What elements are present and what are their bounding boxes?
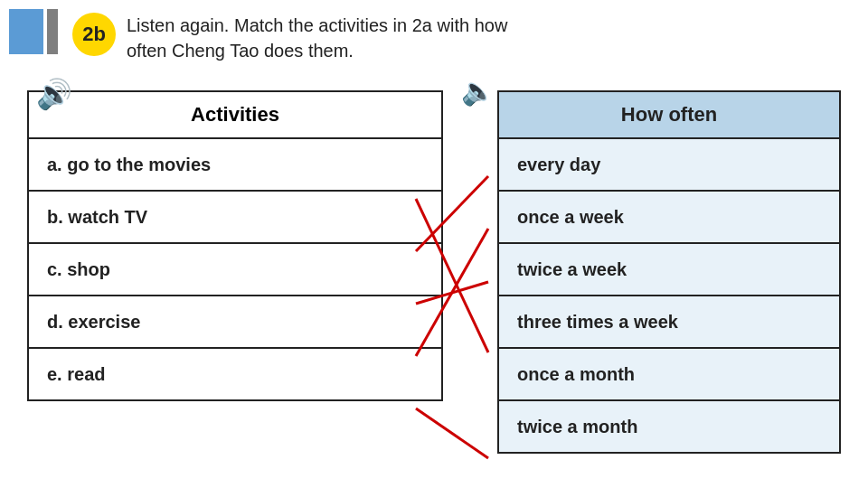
table-row: three times a week — [498, 296, 840, 348]
howoften-three-times-week: three times a week — [498, 296, 840, 348]
activity-b: b. watch TV — [28, 191, 442, 243]
activities-table: Activities a. go to the movies b. watch … — [27, 90, 443, 401]
howoften-twice-week: twice a week — [498, 243, 840, 296]
howoften-panel: 🔈 How often every day — [461, 86, 841, 470]
table-row: once a week — [498, 191, 840, 243]
activities-panel: 🔊 Activities a. go to the movies — [27, 86, 452, 470]
instruction-line1: Listen again. Match the activities in 2a… — [127, 13, 507, 38]
exercise-badge: 2b — [72, 13, 116, 56]
table-row: every day — [498, 138, 840, 191]
table-row: d. exercise — [28, 296, 442, 348]
table-row: e. read — [28, 348, 442, 400]
blue-square — [9, 9, 43, 54]
activity-e: e. read — [28, 348, 442, 400]
howoften-everyday: every day — [498, 138, 840, 191]
activity-a: a. go to the movies — [28, 138, 442, 191]
howoften-once-week: once a week — [498, 191, 840, 243]
table-row: once a month — [498, 348, 840, 400]
instruction-line2: often Cheng Tao does them. — [127, 38, 507, 63]
table-row: twice a week — [498, 243, 840, 296]
speaker-icon-right[interactable]: 🔈 — [461, 75, 495, 107]
table-row: b. watch TV — [28, 191, 442, 243]
page: 2b Listen again. Match the activities in… — [0, 0, 868, 488]
corner-decoration — [9, 9, 58, 54]
instruction-text: Listen again. Match the activities in 2a… — [127, 13, 507, 63]
table-row: a. go to the movies — [28, 138, 442, 191]
activity-d: d. exercise — [28, 296, 442, 348]
howoften-header: How often — [498, 91, 840, 138]
badge-label: 2b — [82, 23, 106, 46]
activity-c: c. shop — [28, 243, 442, 296]
howoften-twice-month: twice a month — [498, 400, 840, 453]
table-row: twice a month — [498, 400, 840, 453]
table-row: c. shop — [28, 243, 442, 296]
main-content: 🔊 Activities a. go to the movies — [27, 86, 841, 470]
activities-header: Activities — [28, 91, 442, 138]
howoften-table: How often every day once a week — [497, 90, 841, 454]
gray-square — [47, 9, 58, 54]
speaker-icon-left[interactable]: 🔊 — [36, 77, 72, 111]
howoften-once-month: once a month — [498, 348, 840, 400]
